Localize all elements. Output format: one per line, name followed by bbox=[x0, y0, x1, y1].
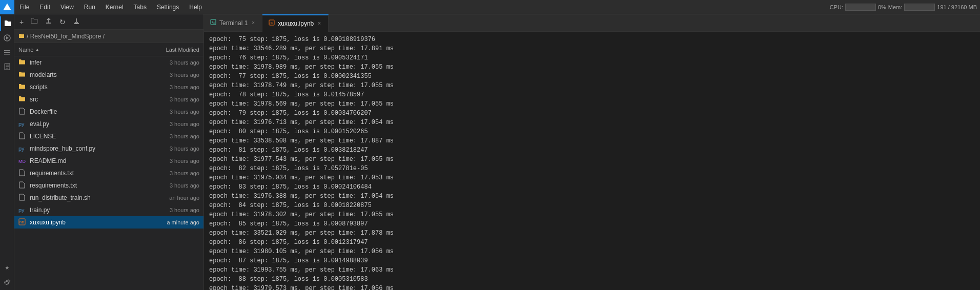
python-icon: py bbox=[18, 206, 28, 215]
file-item[interactable]: py mindspore_hub_conf.py 3 hours ago bbox=[14, 142, 203, 155]
terminal-line: epoch time: 31978.989 ms, per step time:… bbox=[209, 63, 975, 72]
sidebar-item-notebook[interactable] bbox=[0, 59, 14, 74]
file-item[interactable]: infer 3 hours ago bbox=[14, 56, 203, 69]
menu-kernel[interactable]: Kernel bbox=[100, 0, 129, 14]
mem-label: Mem: bbox=[888, 4, 903, 10]
terminal-line: epoch: 85 step: 1875, loss is 0.00087938… bbox=[209, 219, 975, 229]
terminal-line: epoch: 75 step: 1875, loss is 0.00010891… bbox=[209, 35, 975, 44]
file-item[interactable]: run_distribute_train.sh an hour ago bbox=[14, 192, 203, 204]
file-item[interactable]: scripts 3 hours ago bbox=[14, 81, 203, 93]
terminal-line: epoch time: 31978.569 ms, per step time:… bbox=[209, 99, 975, 109]
file-time: 3 hours ago bbox=[143, 72, 199, 78]
tab-close-button[interactable]: × bbox=[317, 20, 322, 27]
tab-terminal1[interactable]: Terminal 1× bbox=[204, 14, 262, 32]
file-name: Dockerfile bbox=[30, 108, 143, 115]
system-stats: CPU: 0% Mem: 191 / 92160 MB bbox=[830, 4, 980, 11]
menu-edit[interactable]: Edit bbox=[34, 0, 55, 14]
terminal-line: epoch: 82 step: 1875, loss is 7.052781e-… bbox=[209, 164, 975, 173]
markdown-icon: MD bbox=[18, 157, 28, 165]
svg-rect-1 bbox=[4, 50, 10, 51]
notebook-icon: nb bbox=[18, 218, 28, 227]
python-icon: py bbox=[18, 120, 28, 129]
file-item[interactable]: py train.py 3 hours ago bbox=[14, 204, 203, 216]
mem-bar bbox=[904, 4, 935, 11]
file-name: requirements.txt bbox=[30, 170, 143, 177]
menu-help[interactable]: Help bbox=[184, 0, 207, 14]
menu-bar: File Edit View Run Kernel Tabs Settings … bbox=[0, 0, 980, 14]
menu-settings[interactable]: Settings bbox=[152, 0, 184, 14]
terminal-line: epoch time: 31979.573 ms, per step time:… bbox=[209, 284, 975, 290]
terminal-line: epoch: 77 step: 1875, loss is 0.00002341… bbox=[209, 72, 975, 81]
terminal-line: epoch time: 31977.543 ms, per step time:… bbox=[209, 155, 975, 164]
file-icon bbox=[18, 132, 28, 141]
tab-close-button[interactable]: × bbox=[251, 19, 256, 26]
file-name: resquirements.txt bbox=[30, 182, 143, 189]
sidebar-item-extensions[interactable] bbox=[0, 261, 14, 276]
mem-value: 191 / 92160 MB bbox=[937, 4, 977, 10]
file-toolbar: + ↻ bbox=[14, 14, 203, 30]
folder-icon bbox=[18, 83, 28, 92]
refresh-button[interactable]: ↻ bbox=[57, 17, 68, 27]
file-item[interactable]: py eval.py 3 hours ago bbox=[14, 118, 203, 130]
file-icon bbox=[18, 169, 28, 178]
file-time: 3 hours ago bbox=[143, 84, 199, 90]
file-icon bbox=[18, 181, 28, 190]
file-item[interactable]: nb xuxuxu.ipynb a minute ago bbox=[14, 216, 203, 229]
menu-run[interactable]: Run bbox=[79, 0, 100, 14]
file-time: 3 hours ago bbox=[143, 170, 199, 176]
file-icon bbox=[18, 108, 28, 116]
file-item[interactable]: src 3 hours ago bbox=[14, 93, 203, 106]
file-list-header: Name ▲ Last Modified bbox=[14, 43, 203, 56]
menu-tabs[interactable]: Tabs bbox=[129, 0, 152, 14]
file-item[interactable]: LICENSE 3 hours ago bbox=[14, 130, 203, 142]
file-item[interactable]: requirements.txt 3 hours ago bbox=[14, 167, 203, 179]
sidebar-item-files[interactable] bbox=[0, 16, 14, 31]
terminal-line: epoch: 86 step: 1875, loss is 0.00123179… bbox=[209, 238, 975, 247]
svg-text:py: py bbox=[18, 121, 25, 127]
breadcrumb: / ResNet50_for_MindSpore / bbox=[14, 30, 203, 43]
svg-text:nb: nb bbox=[270, 22, 273, 25]
new-file-button[interactable]: + bbox=[17, 17, 26, 27]
file-item[interactable]: Dockerfile 3 hours ago bbox=[14, 106, 203, 118]
file-name: eval.py bbox=[30, 120, 143, 128]
menu-file[interactable]: File bbox=[14, 0, 34, 14]
sidebar-item-running[interactable] bbox=[0, 31, 14, 45]
terminal-line: epoch time: 31978.749 ms, per step time:… bbox=[209, 81, 975, 90]
terminal-line: epoch: 76 step: 1875, loss is 0.00053241… bbox=[209, 53, 975, 63]
terminal-line: epoch time: 31976.388 ms, per step time:… bbox=[209, 192, 975, 201]
new-folder-button[interactable] bbox=[29, 16, 40, 27]
file-item[interactable]: resquirements.txt 3 hours ago bbox=[14, 179, 203, 192]
python-icon: py bbox=[18, 144, 28, 153]
file-icon bbox=[18, 194, 28, 202]
sidebar-item-commands[interactable] bbox=[0, 45, 14, 59]
file-item[interactable]: MD README.md 3 hours ago bbox=[14, 155, 203, 167]
col-modified-header: Last Modified bbox=[133, 47, 199, 53]
tab-label: xuxuxu.ipynb bbox=[278, 20, 314, 27]
notebook-tab-icon: nb bbox=[269, 19, 275, 27]
terminal-tab-icon bbox=[210, 19, 216, 27]
file-item[interactable]: modelarts 3 hours ago bbox=[14, 69, 203, 81]
terminal-line: epoch: 83 step: 1875, loss is 0.00024106… bbox=[209, 182, 975, 192]
sidebar-item-settings[interactable] bbox=[0, 276, 14, 290]
download-button[interactable] bbox=[71, 16, 82, 27]
file-name: infer bbox=[30, 59, 143, 66]
file-name: xuxuxu.ipynb bbox=[30, 219, 143, 226]
svg-text:py: py bbox=[18, 146, 25, 152]
file-time: 3 hours ago bbox=[143, 96, 199, 102]
cpu-label: CPU: bbox=[830, 4, 843, 10]
tab-notebook1[interactable]: nbxuxuxu.ipynb× bbox=[262, 14, 329, 32]
svg-rect-3 bbox=[4, 54, 10, 55]
file-name: README.md bbox=[30, 157, 143, 164]
folder-icon bbox=[18, 58, 28, 67]
svg-text:MD: MD bbox=[18, 159, 26, 164]
editor-area: Terminal 1×nbxuxuxu.ipynb× epoch: 75 ste… bbox=[204, 14, 980, 290]
col-name-header[interactable]: Name ▲ bbox=[18, 47, 133, 53]
terminal-content[interactable]: epoch: 75 step: 1875, loss is 0.00010891… bbox=[204, 32, 980, 290]
menu-view[interactable]: View bbox=[55, 0, 79, 14]
upload-button[interactable] bbox=[43, 16, 54, 27]
file-time: an hour ago bbox=[143, 195, 199, 201]
file-name: modelarts bbox=[30, 71, 143, 78]
file-time: 3 hours ago bbox=[143, 121, 199, 127]
tabs-bar: Terminal 1×nbxuxuxu.ipynb× bbox=[204, 14, 980, 32]
cpu-bar bbox=[845, 4, 876, 11]
